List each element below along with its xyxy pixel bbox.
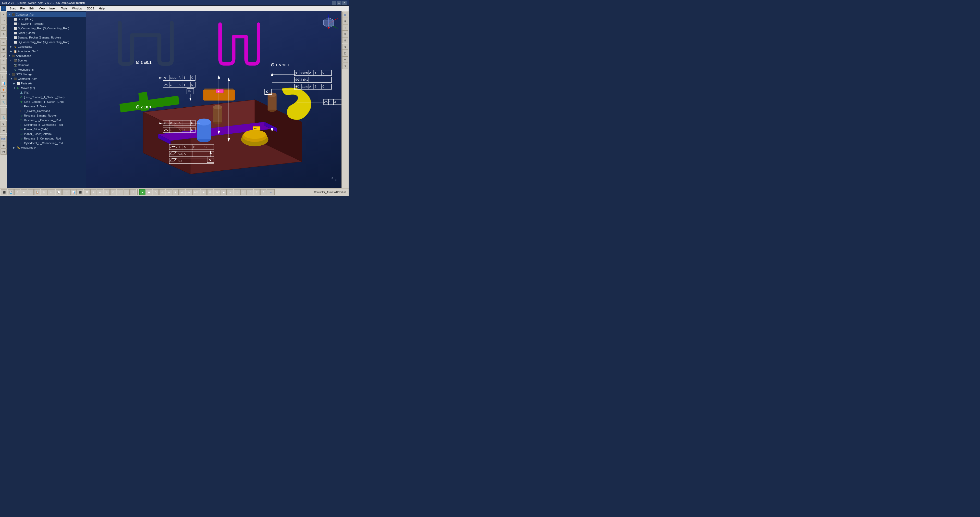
status-icon-4[interactable]: ↩: [21, 189, 27, 195]
toolbar-properties[interactable]: 🔧: [0, 99, 6, 105]
viewport[interactable]: x y z: [86, 11, 342, 188]
right-toolbar-icon-9[interactable]: ⟲: [342, 63, 348, 69]
toolbar-move[interactable]: ⇄: [0, 127, 6, 133]
toolbar-analysis[interactable]: 📊: [0, 80, 6, 86]
toolbar-pan[interactable]: ✥: [0, 24, 6, 31]
tree-item-revolute-s-rod[interactable]: ↻ Revolute_S_Connecting_Rod: [7, 136, 86, 141]
status-icon-37[interactable]: ⊺: [247, 189, 253, 195]
status-icon-40[interactable]: ⊿: [267, 189, 275, 195]
toolbar-measure[interactable]: ⊢: [0, 74, 6, 80]
tree-item-fix[interactable]: ⚓ [Fix]: [7, 90, 86, 95]
right-toolbar-icon-3[interactable]: ⋮: [342, 24, 348, 31]
menu-tools[interactable]: Tools: [59, 6, 70, 11]
status-icon-26[interactable]: ⊗: [172, 189, 179, 195]
tree-item-measures-4[interactable]: ▶ 📏 Measures (4): [7, 145, 86, 150]
tree-item-constraints[interactable]: ▶ ⚙ Constraints: [7, 44, 86, 49]
toolbar-hide[interactable]: 👁: [0, 93, 6, 99]
right-toolbar-icon-1[interactable]: 3D: [342, 12, 348, 18]
tree-item-contactor-asm-dcs[interactable]: ▼ ⬛ Contactor_Asm: [7, 76, 86, 81]
tree-item-cameras[interactable]: - 📷 Cameras: [7, 63, 86, 67]
toolbar-fillet[interactable]: ⌒: [0, 59, 6, 65]
status-icon-30[interactable]: ⊞: [200, 189, 207, 195]
status-icon-19[interactable]: ⊣: [124, 189, 130, 195]
status-icon-10[interactable]: ⬚⬚: [62, 189, 70, 195]
right-toolbar-icon-5[interactable]: ⊟: [342, 37, 348, 43]
toolbar-dcs3[interactable]: ⋈: [0, 148, 6, 155]
right-toolbar-icon-6[interactable]: ⊕: [342, 44, 348, 50]
toolbar-dcs1[interactable]: DCS: [0, 136, 6, 142]
toolbar-assemble[interactable]: ⚙: [0, 121, 6, 127]
toolbar-pocket[interactable]: ◻: [0, 52, 6, 59]
toolbar-constraint[interactable]: ⊣: [0, 108, 6, 114]
toolbar-chamfer[interactable]: ◥: [0, 65, 6, 71]
toolbar-dcs2[interactable]: ◈: [0, 142, 6, 148]
tree-item-planar-slider-bottom[interactable]: ⇄ Planar_Slider(Bottom): [7, 132, 86, 136]
status-icon-5[interactable]: ✂: [27, 189, 34, 195]
status-icon-33[interactable]: ◈: [221, 189, 227, 195]
status-icon-11[interactable]: 📊: [70, 189, 76, 195]
toolbar-fix[interactable]: ⚓: [0, 114, 6, 121]
tree-item-dcs-storage[interactable]: ▼ ⬛ DCS Storage: [7, 72, 86, 76]
status-icon-27[interactable]: ⊖: [179, 189, 185, 195]
tree-item-moves-12[interactable]: ▼ ▷ Moves (12): [7, 86, 86, 90]
tree-item-applications[interactable]: ▼ ⬛ Applications: [7, 54, 86, 58]
status-icon-16[interactable]: ⊙: [103, 189, 110, 195]
status-icon-28[interactable]: ⊘: [186, 189, 192, 195]
right-toolbar-icon-2[interactable]: ⊞: [342, 18, 348, 24]
tree-item-cylindrical-s-rod[interactable]: ⟵ Cylindrical_S_Connecting_Rod: [7, 141, 86, 145]
status-icon-23[interactable]: ⬡: [153, 189, 159, 195]
navigation-cube[interactable]: x y z: [318, 14, 339, 34]
restore-button[interactable]: ❐: [337, 1, 342, 5]
status-icon-3[interactable]: ↺: [14, 189, 21, 195]
status-icon-24[interactable]: ⊛: [159, 189, 165, 195]
status-icon-1[interactable]: ⬛: [1, 189, 7, 195]
minimize-button[interactable]: ─: [332, 1, 336, 5]
status-icon-2[interactable]: 💾: [8, 189, 14, 195]
toolbar-color[interactable]: ●: [0, 86, 6, 93]
tree-item-scenes[interactable]: - 🎬 Scenes: [7, 58, 86, 63]
tree-item-contactor-asm[interactable]: ▼ ⬛ Contactor_Asm: [7, 12, 86, 17]
status-icon-38[interactable]: ⊻: [254, 189, 260, 195]
tree-item-revolute-banana[interactable]: ↻ Revolute_Banana_Rocker: [7, 113, 86, 118]
tree-item-s-rod[interactable]: ⬜ S_Connecting_Rod (S_Connecting_Rod): [7, 26, 86, 31]
menu-window[interactable]: Window: [70, 6, 84, 11]
menu-3dcs[interactable]: 3DCS: [85, 6, 96, 11]
tree-item-t-switch[interactable]: ⬜ T_Switch (T_Switch): [7, 21, 86, 26]
tree-item-slider[interactable]: ⬜ Slider (Slider): [7, 31, 86, 35]
status-icon-14[interactable]: ⊕: [90, 189, 97, 195]
status-icon-13[interactable]: 🖼: [84, 189, 90, 195]
status-icon-20[interactable]: ?: [130, 189, 136, 195]
right-toolbar-icon-7[interactable]: ◫: [342, 50, 348, 56]
tree-item-revolute-t-switch[interactable]: ↻ Revolute_T_Switch: [7, 104, 86, 109]
status-icon-12[interactable]: ⬛: [77, 189, 83, 195]
right-toolbar-icon-8[interactable]: ⊣: [342, 56, 348, 62]
tree-item-parts-6[interactable]: ▶ ⬜ Parts (6): [7, 81, 86, 86]
menu-edit[interactable]: Edit: [27, 6, 36, 11]
menu-start[interactable]: Start: [8, 6, 18, 11]
status-icon-35[interactable]: ⬦: [234, 189, 240, 195]
status-icon-15[interactable]: ⊖: [97, 189, 103, 195]
status-icon-22[interactable]: ⬢: [146, 189, 152, 195]
status-icon-8[interactable]: fσ: [48, 189, 55, 195]
toolbar-sketch[interactable]: ✏: [0, 40, 6, 46]
status-icon-29[interactable]: DCS: [192, 189, 200, 195]
tree-item-planar-slider-side[interactable]: ⇄ Planar_Slider(Side): [7, 127, 86, 132]
status-icon-7[interactable]: ⎘: [41, 189, 47, 195]
toolbar-select[interactable]: ↖: [0, 12, 6, 18]
toolbar-pad[interactable]: ▣: [0, 46, 6, 52]
menu-view[interactable]: View: [37, 6, 47, 11]
status-icon-25[interactable]: ⊕: [166, 189, 172, 195]
status-icon-21[interactable]: ▶: [139, 189, 145, 195]
tree-item-t-switch-command[interactable]: ⊢ T_Switch_Command: [7, 109, 86, 113]
menu-help[interactable]: Help: [97, 6, 107, 11]
status-icon-9[interactable]: 💬: [56, 189, 62, 195]
menu-insert[interactable]: Insert: [48, 6, 59, 11]
status-icon-32[interactable]: ⊠: [214, 189, 220, 195]
toolbar-rotate[interactable]: ↺: [0, 18, 6, 24]
tree-item-annotation-set[interactable]: ▶ 📋 Annotation Set.1: [7, 49, 86, 54]
status-icon-17[interactable]: ⊡: [110, 189, 116, 195]
status-icon-6[interactable]: 📋: [34, 189, 40, 195]
tree-item-mechanisms[interactable]: - ⚙ Mechanisms: [7, 67, 86, 72]
status-icon-18[interactable]: ⊢: [117, 189, 123, 195]
tree-item-line-contact-start[interactable]: ⟳ [Line_Contact]_T_Switch_(Start): [7, 95, 86, 100]
